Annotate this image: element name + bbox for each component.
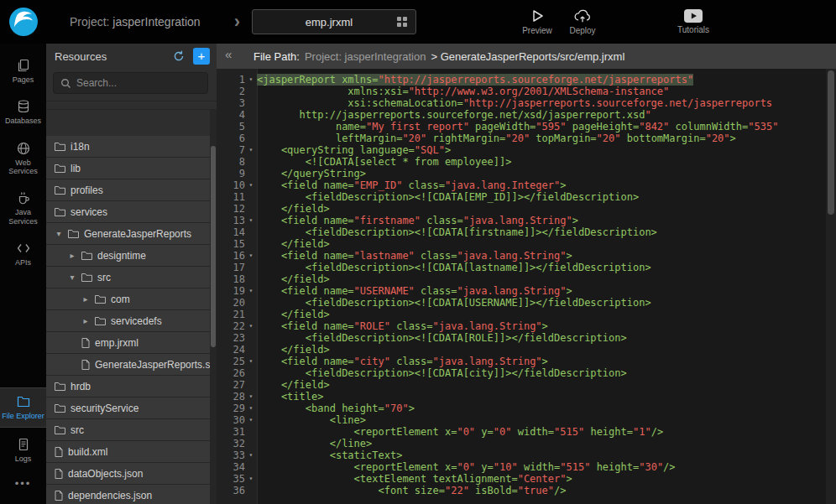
tree-scrollbar-thumb[interactable] — [211, 146, 216, 347]
collapse-panel-icon[interactable]: « — [220, 47, 237, 61]
tree-item-securityservice[interactable]: securityService — [46, 397, 210, 419]
nav-java-services[interactable]: Java Services — [0, 184, 46, 231]
tree-item-dependencies-json[interactable]: dependencies.json — [46, 485, 210, 504]
code-line[interactable]: 22▾ <field name="ROLE" class="java.lang.… — [217, 320, 836, 332]
tree-item-generatejasperreports[interactable]: ▾GenerateJasperReports — [46, 223, 210, 245]
fold-toggle-icon[interactable]: ▾ — [245, 403, 257, 414]
code-line[interactable]: 15 </field> — [217, 238, 836, 250]
code-line[interactable]: 5 name="My first report" pageWidth="595"… — [217, 121, 836, 132]
fold-toggle-icon[interactable]: ▾ — [245, 285, 257, 297]
tree-item-emp-jrxml[interactable]: emp.jrxml — [46, 332, 210, 354]
code-line[interactable]: 36 <font size="22" isBold="true"/> — [217, 485, 836, 496]
tree-item-profiles[interactable]: profiles — [46, 179, 210, 201]
caret-right-icon[interactable]: ▸ — [81, 316, 90, 325]
tree-item-build-xml[interactable]: build.xml — [46, 441, 210, 463]
code-line[interactable]: 7▾ <queryString language="SQL"> — [217, 144, 836, 156]
nav-web-services[interactable]: Web Services — [0, 135, 46, 182]
code-line[interactable]: 8 <![CDATA[select * from employee]]> — [217, 156, 836, 168]
code-line[interactable]: 25▾ <field name="city" class="java.lang.… — [217, 356, 836, 367]
code-line[interactable]: 20 <fieldDescription><![CDATA[USERNAME]]… — [217, 297, 836, 309]
fold-toggle-icon[interactable]: ▾ — [245, 215, 257, 226]
code-line[interactable]: 31 <reportElement x="0" y="0" width="515… — [217, 426, 836, 438]
code-line[interactable]: 34 <reportElement x="0" y="10" width="51… — [217, 461, 836, 473]
fold-toggle-icon[interactable]: ▾ — [245, 179, 257, 191]
code-line[interactable]: 30▾ <line> — [217, 414, 836, 426]
nav-pages[interactable]: Pages — [0, 52, 46, 90]
nav-file-explorer[interactable]: File Explorer — [0, 387, 46, 427]
tree-item-src[interactable]: ▾src — [46, 267, 210, 288]
code-line[interactable]: 19▾ <field name="USERNAME" class="java.l… — [217, 285, 836, 297]
code-line[interactable]: 33▾ <staticText> — [217, 449, 836, 461]
fold-toggle-icon[interactable]: ▾ — [245, 74, 257, 86]
fold-toggle-icon[interactable]: ▾ — [245, 144, 257, 156]
fold-toggle-icon[interactable]: ▾ — [245, 391, 257, 403]
fold-toggle-icon[interactable]: ▾ — [245, 473, 257, 485]
editor-scrollbar[interactable] — [826, 69, 836, 504]
tree-item-generatejasperreports-s[interactable]: GenerateJasperReports.s — [46, 354, 210, 376]
project-name: jasperIntegration — [112, 15, 200, 29]
code-line[interactable]: 16▾ <field name="lastname" class="java.l… — [217, 250, 836, 262]
deploy-button[interactable]: Deploy — [566, 8, 599, 35]
tree-item-i18n[interactable]: i18n — [46, 136, 210, 158]
code-line[interactable]: 24 </field> — [217, 344, 836, 356]
code-line[interactable]: 26 <fieldDescription><![CDATA[city]]></f… — [217, 367, 836, 379]
code-text: leftMargin="20" rightMargin="20" topMarg… — [257, 132, 736, 144]
caret-right-icon[interactable]: ▸ — [68, 251, 76, 260]
tree-item-label: GenerateJasperReports.s — [95, 359, 210, 371]
code-line[interactable]: 11 <fieldDescription><![CDATA[EMP_ID]]><… — [217, 191, 836, 203]
code-line[interactable]: 17 <fieldDescription><![CDATA[lastname]]… — [217, 262, 836, 273]
code-line[interactable]: 21 </field> — [217, 309, 836, 320]
search-input[interactable] — [76, 77, 201, 89]
folder-icon — [81, 273, 92, 282]
tree-item-hrdb[interactable]: hrdb — [46, 376, 210, 397]
open-file-tab[interactable]: emp.jrxml — [252, 9, 416, 34]
code-text: http://jasperreports.sourceforge.net/xsd… — [257, 109, 651, 121]
editor-scrollbar-thumb[interactable] — [828, 70, 834, 215]
code-line[interactable]: 6 leftMargin="20" rightMargin="20" topMa… — [217, 132, 836, 144]
code-line[interactable]: 1▾<jasperReport xmlns="http://jasperrepo… — [217, 74, 836, 86]
add-resource-button[interactable]: + — [193, 48, 210, 65]
code-text: <fieldDescription><![CDATA[lastname]]></… — [257, 262, 651, 273]
code-line[interactable]: 23 <fieldDescription><![CDATA[ROLE]]></f… — [217, 332, 836, 344]
app-logo[interactable] — [0, 7, 46, 37]
code-line[interactable]: 18 </field> — [217, 273, 836, 285]
tree-item-services[interactable]: services — [46, 201, 210, 223]
code-line[interactable]: 27 </field> — [217, 379, 836, 391]
nav-apis[interactable]: APIs — [0, 235, 46, 273]
grid-view-icon[interactable] — [397, 17, 407, 27]
tree-item-src[interactable]: src — [46, 419, 210, 441]
tree-item-designtime[interactable]: ▸designtime — [46, 245, 210, 267]
code-line[interactable]: 9 </queryString> — [217, 168, 836, 179]
fold-toggle-icon[interactable]: ▾ — [245, 356, 257, 367]
fold-toggle-icon[interactable]: ▾ — [245, 449, 257, 461]
code-line[interactable]: 2 xmlns:xsi="http://www.w3.org/2001/XMLS… — [217, 86, 836, 97]
caret-right-icon[interactable]: ▸ — [81, 294, 90, 304]
code-line[interactable]: 14 <fieldDescription><![CDATA[firstname]… — [217, 226, 836, 238]
code-line[interactable]: 32 </line> — [217, 438, 836, 449]
nav-more-button[interactable]: ••• — [0, 472, 46, 501]
code-editor[interactable]: 1▾<jasperReport xmlns="http://jasperrepo… — [217, 69, 836, 504]
nav-logs[interactable]: Logs — [0, 431, 46, 469]
fold-toggle-icon[interactable]: ▾ — [245, 250, 257, 262]
code-line[interactable]: 10▾ <field name="EMP_ID" class="java.lan… — [217, 179, 836, 191]
refresh-icon[interactable] — [172, 49, 185, 63]
code-line[interactable]: 29▾ <band height="70"> — [217, 403, 836, 414]
code-line[interactable]: 13▾ <field name="firstname" class="java.… — [217, 215, 836, 226]
code-line[interactable]: 28▾ <title> — [217, 391, 836, 403]
tree-scrollbar[interactable] — [210, 109, 217, 504]
code-line[interactable]: 3 xsi:schemaLocation="http://jasperrepor… — [217, 97, 836, 109]
tutorials-button[interactable]: Tutorials — [677, 9, 710, 34]
tree-item-com[interactable]: ▸com — [46, 288, 210, 310]
code-line[interactable]: 35▾ <textElement textAlignment="Center"> — [217, 473, 836, 485]
fold-toggle-icon[interactable]: ▾ — [245, 414, 257, 426]
code-line[interactable]: 12 </field> — [217, 203, 836, 215]
nav-databases[interactable]: Databases — [0, 93, 46, 131]
tree-item-servicedefs[interactable]: ▸servicedefs — [46, 310, 210, 332]
caret-down-icon[interactable]: ▾ — [68, 273, 76, 282]
preview-button[interactable]: Preview — [520, 8, 554, 35]
code-line[interactable]: 4 http://jasperreports.sourceforge.net/x… — [217, 109, 836, 121]
fold-toggle-icon[interactable]: ▾ — [245, 320, 257, 332]
caret-down-icon[interactable]: ▾ — [55, 229, 63, 238]
tree-item-lib[interactable]: lib — [46, 158, 210, 179]
tree-item-dataobjects-json[interactable]: dataObjects.json — [46, 463, 210, 485]
